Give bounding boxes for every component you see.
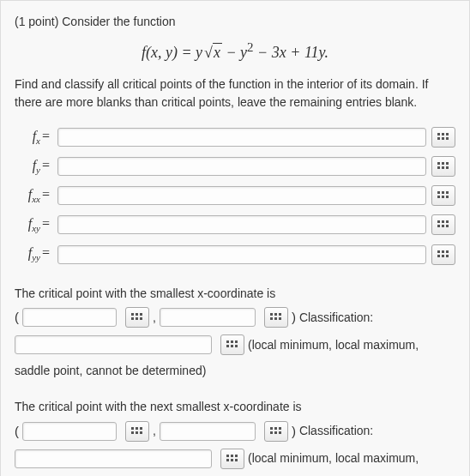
svg-rect-24 [437,250,440,253]
svg-rect-37 [274,313,277,316]
cp2-y-input[interactable] [160,422,256,441]
svg-rect-53 [140,431,142,434]
cp2-options-1: (local minimum, local maximum, [248,449,419,467]
keypad-button[interactable] [431,156,455,177]
prompt-intro: Consider the function [62,15,175,28]
keypad-button[interactable] [220,334,244,355]
svg-rect-15 [437,196,440,198]
keypad-button[interactable] [431,127,455,148]
svg-rect-60 [226,455,229,457]
svg-rect-1 [442,133,444,136]
keypad-button[interactable] [264,421,288,442]
cp1-x-input[interactable] [22,308,117,327]
svg-rect-6 [437,162,440,165]
input-fx[interactable] [57,128,426,147]
cp1-class-input[interactable] [15,335,212,354]
svg-rect-52 [136,431,138,434]
svg-rect-63 [226,459,229,461]
cp1-section: The critical point with the smallest x-c… [15,285,455,380]
svg-rect-25 [442,250,444,253]
svg-rect-28 [442,255,444,257]
comma: , [153,309,156,326]
input-fxy[interactable] [57,215,426,234]
svg-rect-62 [235,455,238,457]
svg-rect-51 [131,431,134,434]
cp2-x-input[interactable] [22,422,117,441]
svg-rect-32 [140,313,142,316]
svg-rect-58 [274,431,277,434]
cp2-class-line: (local minimum, local maximum, [15,449,455,469]
svg-rect-42 [226,340,229,343]
svg-rect-45 [226,345,229,347]
input-fxx[interactable] [57,186,426,205]
cp2-section: The critical point with the next smalles… [15,398,455,476]
row-fxy: fxy= [15,214,455,236]
row-fxx: fxx= [15,184,455,207]
svg-rect-34 [136,317,138,320]
svg-rect-21 [437,225,440,227]
svg-rect-2 [446,133,449,136]
svg-rect-9 [437,166,440,169]
label-fxy: fxy= [15,214,57,236]
label-fxx: fxx= [15,184,57,207]
svg-rect-50 [140,427,142,430]
close-paren: ) [292,422,296,441]
intro-line: (1 point) Consider the function [15,13,455,30]
svg-rect-11 [446,166,449,169]
svg-rect-54 [270,427,273,430]
svg-rect-41 [279,317,281,320]
svg-rect-23 [446,225,449,227]
svg-rect-61 [231,455,233,457]
comma: , [153,422,156,439]
svg-rect-39 [270,317,273,320]
svg-rect-43 [231,340,233,343]
svg-rect-7 [442,162,444,165]
cp1-class-line: (local minimum, local maximum, [15,334,455,355]
svg-rect-26 [446,250,449,253]
keypad-button[interactable] [220,449,244,469]
svg-rect-30 [131,313,134,316]
points-label: (1 point) [15,15,58,28]
svg-rect-49 [136,427,138,430]
close-paren: ) [292,308,296,327]
svg-rect-29 [446,255,449,257]
cp2-class-input[interactable] [15,449,212,468]
instructions: Find and classify all critical points of… [15,75,455,111]
cp2-coord-line: ( , ) Classification: [15,421,455,442]
keypad-button[interactable] [431,244,455,265]
svg-rect-38 [279,313,281,316]
svg-rect-14 [446,191,449,194]
input-fyy[interactable] [57,245,426,264]
svg-rect-17 [446,196,449,198]
svg-rect-16 [442,196,444,198]
cp1-class-label: Classification: [299,309,373,326]
cp1-options-2: saddle point, cannot be determined) [15,362,455,379]
svg-rect-46 [231,345,233,347]
keypad-button[interactable] [431,185,455,206]
label-fx: fx= [15,126,57,148]
svg-rect-56 [279,427,281,430]
open-paren: ( [15,308,19,327]
row-fy: fy= [15,155,455,178]
svg-rect-3 [437,137,440,140]
cp1-y-input[interactable] [160,308,256,327]
svg-rect-44 [235,340,238,343]
cp2-class-label: Classification: [299,422,373,439]
svg-rect-33 [131,317,134,320]
svg-rect-59 [279,431,281,434]
svg-rect-64 [231,459,233,461]
keypad-button[interactable] [125,307,149,328]
input-fy[interactable] [57,157,426,176]
label-fy: fy= [15,155,57,178]
svg-rect-36 [270,313,273,316]
svg-rect-31 [136,313,138,316]
keypad-button[interactable] [431,214,455,235]
keypad-button[interactable] [264,307,288,328]
cp1-coord-line: ( , ) Classification: [15,307,455,328]
open-paren: ( [15,422,19,441]
keypad-button[interactable] [125,421,149,442]
cp1-options-1: (local minimum, local maximum, [248,336,419,353]
row-fyy: fyy= [15,243,455,265]
svg-rect-5 [446,137,449,140]
svg-rect-0 [437,133,440,136]
